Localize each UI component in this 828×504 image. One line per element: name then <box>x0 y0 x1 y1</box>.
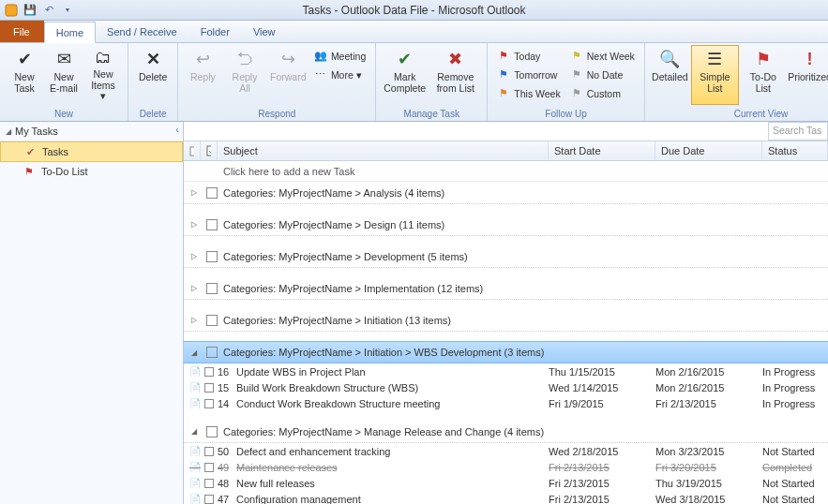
new-items-button[interactable]: 🗂New Items ▾ <box>84 45 122 105</box>
flag-orange-icon: ⚑ <box>497 87 510 100</box>
task-status: In Progress <box>762 382 828 393</box>
task-row[interactable]: 📄16Update WBS in Project PlanThu 1/15/20… <box>184 363 828 379</box>
col-icon[interactable] <box>184 141 201 160</box>
group-new: ✔New Task ✉New E-mail 🗂New Items ▾ New <box>0 43 128 121</box>
custom-follow-button[interactable]: ⚑Custom <box>566 84 639 102</box>
today-button[interactable]: ⚑Today <box>493 47 564 65</box>
detailed-view-button[interactable]: 🔍Detailed <box>651 45 689 105</box>
more-respond-button[interactable]: ⋯More ▾ <box>310 66 369 83</box>
simple-list-view-button[interactable]: ☰Simple List <box>691 45 739 105</box>
col-due-date[interactable]: Due Date <box>655 141 762 160</box>
task-icon: 📄 <box>188 478 203 488</box>
expand-icon[interactable]: ▷ <box>191 284 201 292</box>
todo-list-view-button[interactable]: ⚑To-Do List <box>741 45 786 105</box>
reply-button[interactable]: ↩Reply <box>184 45 221 105</box>
nav-item-label: Tasks <box>42 146 68 157</box>
checkbox-header-icon <box>206 145 211 156</box>
task-row[interactable]: 📄49Maintenance releasesFri 2/13/2015Fri … <box>184 459 828 475</box>
task-status: Not Started <box>762 478 828 489</box>
task-start-date: Wed 2/18/2015 <box>549 446 655 457</box>
tab-home[interactable]: Home <box>44 22 96 43</box>
group-header[interactable]: ▷Categories: MyProjectName > Analysis (4… <box>184 182 828 204</box>
col-start-date[interactable]: Start Date <box>549 141 655 160</box>
navigation-pane: ‹ ◢ My Tasks ✔ Tasks ⚑ To-Do List <box>0 122 184 504</box>
mark-complete-button[interactable]: ✔Mark Complete <box>382 45 428 105</box>
group-checkbox[interactable] <box>206 347 218 358</box>
col-status[interactable]: Status <box>762 141 828 160</box>
col-subject[interactable]: Subject <box>218 141 549 160</box>
tab-view[interactable]: View <box>242 21 288 42</box>
task-checkbox[interactable] <box>203 367 216 377</box>
simple-list-icon: ☰ <box>703 48 726 70</box>
task-number: 50 <box>216 446 236 457</box>
reply-all-button[interactable]: ⮌Reply All <box>223 45 265 105</box>
group-checkbox[interactable] <box>206 187 218 199</box>
no-date-button[interactable]: ⚑No Date <box>566 66 639 83</box>
task-row[interactable]: 📄50Defect and enhancement trackingWed 2/… <box>184 443 828 459</box>
new-task-row[interactable]: Click here to add a new Task <box>184 161 828 182</box>
collapse-nav-button[interactable]: ‹ <box>175 124 179 135</box>
save-icon[interactable]: 💾 <box>23 3 38 18</box>
task-status: Completed <box>762 462 828 473</box>
nav-item-tasks[interactable]: ✔ Tasks <box>0 141 183 162</box>
flag-view-icon: ⚑ <box>752 48 775 70</box>
task-checkbox[interactable] <box>203 383 216 393</box>
task-icon: 📄 <box>188 398 203 408</box>
group-header[interactable]: ▷Categories: MyProjectName > Initiation … <box>184 309 828 332</box>
task-checkbox[interactable] <box>203 463 216 472</box>
expand-icon[interactable]: ▷ <box>191 188 201 197</box>
quick-access-toolbar: 💾 ↶ ▾ <box>4 3 75 18</box>
collapse-icon[interactable]: ◢ <box>191 348 201 357</box>
group-checkbox[interactable] <box>206 283 218 294</box>
prioritized-view-button[interactable]: !Prioritized <box>788 45 828 105</box>
forward-button[interactable]: ↪Forward <box>268 45 309 105</box>
delete-button[interactable]: ✕Delete <box>134 45 172 105</box>
group-checkbox[interactable] <box>206 426 218 437</box>
col-complete[interactable] <box>201 141 218 160</box>
tomorrow-button[interactable]: ⚑Tomorrow <box>493 66 564 83</box>
document-icon <box>189 146 194 156</box>
search-input[interactable]: Search Tas <box>768 122 828 141</box>
group-header[interactable]: ▷Categories: MyProjectName > Development… <box>184 245 828 268</box>
task-row[interactable]: 📄14Conduct Work Breakdown Structure meet… <box>184 395 828 411</box>
task-checkbox[interactable] <box>203 399 216 408</box>
group-checkbox[interactable] <box>206 251 218 262</box>
expand-icon[interactable]: ▷ <box>191 252 201 260</box>
task-status: Not Started <box>762 494 828 505</box>
group-label: Categories: MyProjectName > Analysis (4 … <box>223 187 444 199</box>
task-subject: Configuration management <box>236 494 549 505</box>
group-label-view: Current View <box>651 108 828 121</box>
group-checkbox[interactable] <box>206 219 218 230</box>
new-email-button[interactable]: ✉New E-mail <box>45 45 83 105</box>
qat-dropdown-icon[interactable]: ▾ <box>60 3 75 18</box>
delete-x-icon: ✕ <box>142 48 164 70</box>
task-checkbox[interactable] <box>203 495 216 504</box>
expand-icon[interactable]: ▷ <box>191 316 201 324</box>
undo-icon[interactable]: ↶ <box>41 3 56 18</box>
group-checkbox[interactable] <box>206 315 218 326</box>
group-header[interactable]: ▷Categories: MyProjectName > Design (11 … <box>184 214 828 236</box>
task-checkbox[interactable] <box>203 447 216 456</box>
tab-file[interactable]: File <box>0 21 44 42</box>
title-bar: 💾 ↶ ▾ Tasks - Outlook Data File - Micros… <box>0 0 828 21</box>
group-respond: ↩Reply ⮌Reply All ↪Forward 👥Meeting ⋯Mor… <box>178 43 376 121</box>
this-week-button[interactable]: ⚑This Week <box>493 84 564 102</box>
tab-send-receive[interactable]: Send / Receive <box>96 21 189 42</box>
task-row[interactable]: 📄48New full releasesFri 2/13/2015Thu 3/1… <box>184 475 828 491</box>
group-header[interactable]: ◢Categories: MyProjectName > Manage Rele… <box>184 421 828 443</box>
remove-from-list-button[interactable]: ✖Remove from List <box>429 45 481 105</box>
task-row[interactable]: 📄47Configuration managementFri 2/13/2015… <box>184 491 828 504</box>
task-checkbox[interactable] <box>203 479 216 488</box>
new-task-button[interactable]: ✔New Task <box>6 45 43 105</box>
collapse-icon[interactable]: ◢ <box>191 427 201 436</box>
tab-folder[interactable]: Folder <box>189 21 242 42</box>
group-header[interactable]: ◢Categories: MyProjectName > Initiation … <box>184 341 828 363</box>
expand-icon[interactable]: ▷ <box>191 220 201 229</box>
nav-item-todo[interactable]: ⚑ To-Do List <box>0 162 183 181</box>
nav-header-my-tasks[interactable]: ◢ My Tasks <box>0 122 183 141</box>
task-row[interactable]: 📄15Build Work Breakdown Structure (WBS)W… <box>184 379 828 395</box>
meeting-button[interactable]: 👥Meeting <box>310 47 369 65</box>
task-number: 47 <box>216 494 236 505</box>
next-week-button[interactable]: ⚑Next Week <box>566 47 639 65</box>
group-header[interactable]: ▷Categories: MyProjectName > Implementat… <box>184 277 828 300</box>
